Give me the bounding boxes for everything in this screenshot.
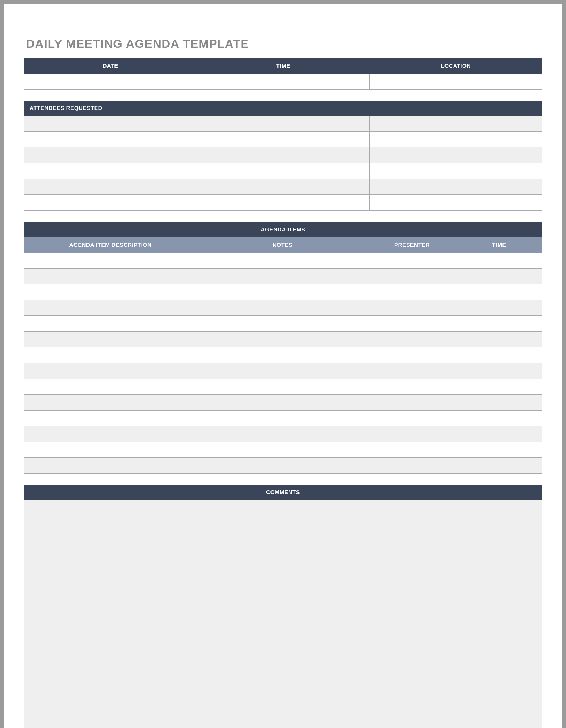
agenda-cell[interactable] (24, 269, 197, 284)
agenda-cell[interactable] (24, 347, 197, 363)
agenda-cell[interactable] (24, 253, 197, 269)
agenda-cell[interactable] (197, 284, 368, 300)
agenda-cell[interactable] (456, 269, 542, 284)
attendee-cell[interactable] (369, 116, 542, 132)
agenda-cell[interactable] (368, 269, 456, 284)
attendee-cell[interactable] (24, 163, 197, 179)
agenda-cell[interactable] (197, 379, 368, 395)
agenda-cell[interactable] (456, 411, 542, 426)
agenda-cell[interactable] (456, 458, 542, 474)
agenda-cell[interactable] (197, 411, 368, 426)
agenda-cell[interactable] (456, 316, 542, 332)
agenda-cell[interactable] (368, 347, 456, 363)
agenda-cell[interactable] (368, 379, 456, 395)
attendee-cell[interactable] (24, 116, 197, 132)
agenda-cell[interactable] (24, 379, 197, 395)
page-frame: DAILY MEETING AGENDA TEMPLATE DATE TIME … (0, 0, 566, 728)
table-row (24, 300, 542, 316)
agenda-cell[interactable] (197, 347, 368, 363)
attendee-cell[interactable] (24, 147, 197, 163)
comments-body[interactable] (24, 500, 542, 728)
table-row (24, 269, 542, 284)
agenda-cell[interactable] (368, 300, 456, 316)
details-location-cell[interactable] (369, 74, 542, 90)
agenda-cell[interactable] (197, 395, 368, 411)
attendee-cell[interactable] (369, 147, 542, 163)
agenda-cell[interactable] (197, 300, 368, 316)
agenda-cell[interactable] (24, 284, 197, 300)
attendee-cell[interactable] (197, 147, 369, 163)
agenda-cell[interactable] (24, 458, 197, 474)
table-row (24, 284, 542, 300)
attendee-cell[interactable] (24, 179, 197, 195)
agenda-cell[interactable] (456, 363, 542, 379)
agenda-cell[interactable] (197, 458, 368, 474)
agenda-cell[interactable] (368, 442, 456, 458)
table-row (24, 195, 542, 211)
agenda-cell[interactable] (368, 458, 456, 474)
agenda-cell[interactable] (197, 332, 368, 347)
details-header-time: TIME (197, 58, 369, 74)
attendee-cell[interactable] (369, 179, 542, 195)
attendee-cell[interactable] (197, 195, 369, 211)
table-row (24, 411, 542, 426)
details-header-date: DATE (24, 58, 197, 74)
agenda-cell[interactable] (456, 284, 542, 300)
agenda-cell[interactable] (197, 363, 368, 379)
agenda-cell[interactable] (456, 426, 542, 442)
agenda-cell[interactable] (456, 300, 542, 316)
agenda-cell[interactable] (456, 442, 542, 458)
attendee-cell[interactable] (197, 163, 369, 179)
attendee-cell[interactable] (197, 116, 369, 132)
attendee-cell[interactable] (24, 195, 197, 211)
agenda-cell[interactable] (197, 426, 368, 442)
table-row (24, 179, 542, 195)
agenda-cell[interactable] (456, 395, 542, 411)
details-block: DATE TIME LOCATION (24, 58, 542, 90)
agenda-cell[interactable] (368, 395, 456, 411)
agenda-cell[interactable] (368, 253, 456, 269)
agenda-cell[interactable] (456, 379, 542, 395)
details-date-cell[interactable] (24, 74, 197, 90)
attendee-cell[interactable] (369, 195, 542, 211)
agenda-col-description: AGENDA ITEM DESCRIPTION (24, 237, 197, 253)
agenda-cell[interactable] (24, 442, 197, 458)
details-time-cell[interactable] (197, 74, 369, 90)
agenda-cell[interactable] (24, 395, 197, 411)
details-header-location: LOCATION (369, 58, 542, 74)
agenda-cell[interactable] (456, 332, 542, 347)
agenda-cell[interactable] (24, 426, 197, 442)
agenda-cell[interactable] (197, 316, 368, 332)
agenda-col-time: TIME (456, 237, 542, 253)
agenda-cell[interactable] (368, 363, 456, 379)
agenda-cell[interactable] (197, 442, 368, 458)
agenda-cell[interactable] (24, 316, 197, 332)
agenda-cell[interactable] (197, 253, 368, 269)
table-row (24, 458, 542, 474)
attendee-cell[interactable] (369, 132, 542, 147)
agenda-cell[interactable] (368, 411, 456, 426)
attendee-cell[interactable] (24, 132, 197, 147)
agenda-cell[interactable] (24, 300, 197, 316)
agenda-cell[interactable] (456, 347, 542, 363)
agenda-cell[interactable] (368, 332, 456, 347)
attendee-cell[interactable] (369, 163, 542, 179)
attendee-cell[interactable] (197, 179, 369, 195)
agenda-cell[interactable] (456, 253, 542, 269)
details-table: DATE TIME LOCATION (24, 58, 542, 90)
agenda-cell[interactable] (197, 269, 368, 284)
agenda-cell[interactable] (24, 411, 197, 426)
table-row (24, 379, 542, 395)
agenda-table: AGENDA ITEMS AGENDA ITEM DESCRIPTION NOT… (24, 222, 542, 474)
table-row (24, 395, 542, 411)
agenda-cell[interactable] (368, 316, 456, 332)
attendees-table (24, 116, 542, 211)
agenda-cell[interactable] (368, 426, 456, 442)
agenda-cell[interactable] (24, 363, 197, 379)
table-row (24, 347, 542, 363)
table-row (24, 147, 542, 163)
agenda-cell[interactable] (24, 332, 197, 347)
agenda-cell[interactable] (368, 284, 456, 300)
table-row (24, 426, 542, 442)
attendee-cell[interactable] (197, 132, 369, 147)
